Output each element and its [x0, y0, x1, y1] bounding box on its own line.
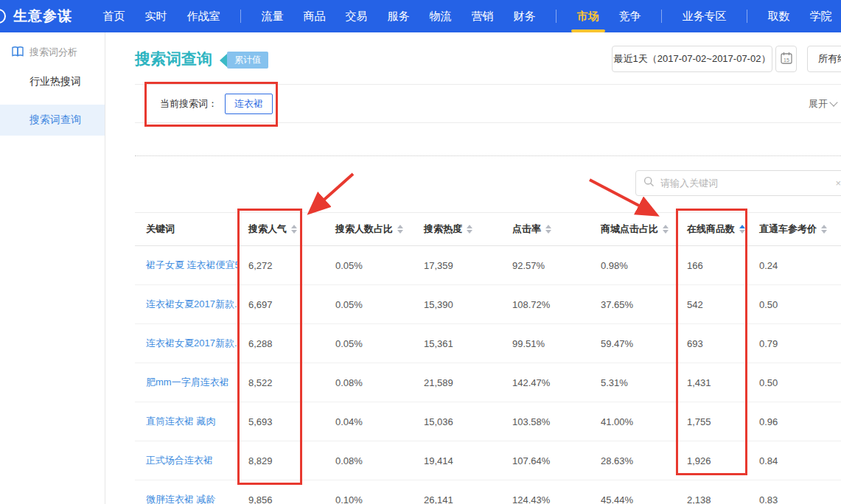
sort-icon[interactable] [821, 225, 827, 234]
table-cell: 41.00% [590, 416, 676, 427]
table-cell: 21,589 [413, 377, 501, 388]
page-title: 搜索词查询 [135, 49, 212, 69]
book-icon [12, 46, 24, 59]
column-header[interactable]: 搜索人数占比 [324, 223, 413, 236]
keyword-link[interactable]: 正式场合连衣裙 [135, 454, 237, 467]
nav-item[interactable]: 实时 [145, 10, 167, 24]
table-cell: 0.98% [590, 260, 676, 271]
table-cell: 1,755 [676, 416, 748, 427]
keyword-link[interactable]: 连衣裙女夏2017新款... [135, 337, 237, 350]
date-range-selector[interactable]: 最近1天（2017-07-02~2017-07-02） [612, 46, 772, 72]
table-cell: 59.47% [590, 338, 676, 349]
table-cell: 0.08% [324, 377, 413, 388]
nav-item[interactable]: 财务 [514, 10, 536, 24]
sidebar-item[interactable]: 行业热搜词 [0, 66, 105, 97]
nav-item[interactable]: 作战室 [187, 10, 220, 24]
table-cell: 0.10% [324, 494, 413, 504]
table-cell: 5,693 [237, 416, 324, 427]
table-cell: 37.65% [590, 299, 676, 310]
table-cell: 0.96 [748, 416, 841, 427]
nav-item[interactable]: 市场 [577, 10, 599, 24]
nav-item[interactable]: 物流 [430, 10, 452, 24]
table-cell: 26,141 [413, 494, 501, 504]
column-header-label: 商城点击占比 [601, 223, 658, 236]
column-header[interactable]: 直通车参考价 [748, 223, 841, 236]
terminal-selector[interactable]: 所有终端 [807, 46, 841, 72]
table-cell: 8,522 [237, 377, 324, 388]
column-header-label: 点击率 [512, 223, 541, 236]
table-cell: 15,390 [413, 299, 501, 310]
keyword-link[interactable]: 直筒连衣裙 藏肉 [135, 415, 237, 428]
calendar-button[interactable]: 15 [775, 46, 797, 72]
column-header[interactable]: 点击率 [501, 223, 590, 236]
table-row: 微胖连衣裙 减龄9,8560.10%26,141124.43%45.44%2,1… [135, 480, 841, 504]
keyword-link[interactable]: 裙子女夏 连衣裙便宜5... [135, 259, 237, 272]
nav-item[interactable]: 竞争 [619, 10, 641, 24]
table-cell: 142.47% [501, 377, 590, 388]
sort-icon[interactable] [739, 225, 745, 234]
table-cell: 0.50 [748, 377, 841, 388]
nav-item[interactable]: 商品 [304, 10, 326, 24]
keyword-search-box[interactable]: × [635, 170, 841, 196]
table-cell: 15,361 [413, 338, 501, 349]
table-cell: 17,359 [413, 260, 501, 271]
current-search-panel: 当前搜索词： 连衣裙 展开 [135, 84, 841, 123]
table-cell: 0.04% [324, 416, 413, 427]
table-cell: 99.51% [501, 338, 590, 349]
sidebar-item[interactable]: 搜索词查询 [0, 105, 105, 136]
nav-item[interactable]: 业务专区 [683, 10, 727, 24]
cumulative-badge: 累计值 [220, 52, 268, 69]
top-nav: 生意参谋 首页实时作战室流量商品交易服务物流营销财务市场竞争业务专区取数学院 [0, 0, 841, 32]
keyword-link[interactable]: 连衣裙女夏2017新款... [135, 298, 237, 311]
keyword-search-input[interactable] [660, 178, 835, 189]
app-window: 生意参谋 首页实时作战室流量商品交易服务物流营销财务市场竞争业务专区取数学院 搜… [0, 0, 841, 504]
column-header: 关键词 [135, 223, 237, 236]
sort-icon[interactable] [545, 225, 551, 234]
column-header[interactable]: 搜索热度 [413, 223, 501, 236]
nav-item[interactable]: 服务 [388, 10, 410, 24]
nav-divider [661, 10, 662, 23]
svg-text:15: 15 [784, 57, 789, 62]
table-cell: 6,288 [237, 338, 324, 349]
nav-item[interactable]: 取数 [768, 10, 790, 24]
clear-x-icon[interactable]: × [835, 178, 841, 189]
sidebar: 搜索词分析 行业热搜词搜索词查询 [0, 32, 105, 504]
table-cell: 124.43% [501, 494, 590, 504]
brand-logo-text: 生意参谋 [13, 7, 72, 26]
table-row: 连衣裙女夏2017新款...6,6970.05%15,390108.72%37.… [135, 285, 841, 324]
brand-logo-icon [0, 9, 6, 24]
brand-logo[interactable]: 生意参谋 [0, 7, 72, 26]
nav-item[interactable]: 首页 [103, 10, 125, 24]
keyword-link[interactable]: 微胖连衣裙 减龄 [135, 493, 237, 504]
main-content: 搜索词查询 累计值 最近1天（2017-07-02~2017-07-02） 15… [105, 32, 841, 504]
nav-item[interactable]: 交易 [346, 10, 368, 24]
column-header-label: 搜索人气 [248, 223, 287, 236]
column-header[interactable]: 搜索人气 [237, 223, 324, 236]
search-terms-table: 关键词搜索人气搜索人数占比搜索热度点击率商城点击占比在线商品数直通车参考价 裙子… [135, 212, 841, 504]
table-cell: 15,036 [413, 416, 501, 427]
sort-icon[interactable] [467, 225, 472, 234]
current-keyword-tag[interactable]: 连衣裙 [225, 94, 273, 114]
calendar-icon: 15 [781, 52, 792, 67]
sort-icon[interactable] [397, 225, 403, 234]
table-row: 连衣裙女夏2017新款...6,2880.05%15,36199.51%59.4… [135, 324, 841, 363]
keyword-link[interactable]: 肥mm一字肩连衣裙 [135, 376, 237, 389]
sort-icon[interactable] [291, 225, 297, 234]
table-cell: 1,431 [676, 377, 748, 388]
table-row: 裙子女夏 连衣裙便宜5...6,2720.05%17,35992.57%0.98… [135, 246, 841, 285]
column-header[interactable]: 在线商品数 [676, 223, 748, 236]
table-cell: 166 [676, 260, 748, 271]
nav-divider [747, 10, 747, 23]
nav-item[interactable]: 流量 [262, 10, 284, 24]
table-cell: 1,926 [676, 455, 748, 466]
table-row: 正式场合连衣裙8,8290.08%19,414107.64%28.63%1,92… [135, 441, 841, 480]
table-cell: 9,856 [237, 494, 324, 504]
expand-toggle[interactable]: 展开 [809, 97, 837, 111]
nav-item[interactable]: 营销 [472, 10, 494, 24]
column-header-label: 搜索人数占比 [335, 223, 393, 236]
search-icon [643, 176, 655, 190]
column-header[interactable]: 商城点击占比 [590, 223, 676, 236]
nav-divider [556, 10, 556, 23]
nav-item[interactable]: 学院 [810, 10, 832, 24]
sort-icon[interactable] [663, 225, 669, 234]
